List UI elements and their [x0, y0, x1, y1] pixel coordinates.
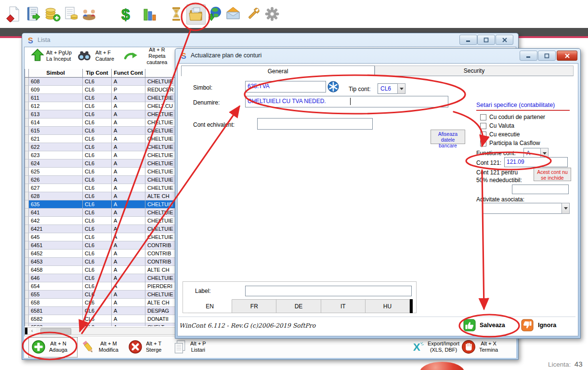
- scrollbar-thumb[interactable]: [40, 328, 71, 335]
- scroll-left-button[interactable]: ‹: [28, 328, 36, 334]
- modifica-button[interactable]: Alt + MModifica: [81, 340, 118, 354]
- table-corner: [25, 69, 29, 78]
- nav-label: Cautare: [95, 56, 122, 62]
- lang-tab-fr[interactable]: FR: [232, 299, 276, 313]
- table-cell: A: [112, 258, 145, 266]
- lang-tab-hu[interactable]: HU: [366, 299, 410, 313]
- table-cell: CL6: [83, 225, 112, 233]
- close-button[interactable]: [496, 35, 513, 45]
- action-label: Termina: [479, 347, 498, 353]
- action-keys: Alt + T: [146, 341, 161, 347]
- chevron-down-icon[interactable]: [562, 203, 570, 214]
- nav-search[interactable]: Alt + F Cautare: [95, 50, 122, 62]
- tab-security[interactable]: Security: [375, 66, 574, 76]
- hourglass-icon[interactable]: [167, 4, 185, 24]
- mail-icon[interactable]: [224, 4, 242, 24]
- termina-button[interactable]: Alt + XTermina: [461, 340, 498, 354]
- salveaza-label[interactable]: Salveaza: [480, 322, 505, 329]
- activitate-asociata-select[interactable]: [482, 203, 570, 214]
- go-first-icon[interactable]: [30, 48, 45, 62]
- lang-tab-it[interactable]: IT: [321, 299, 366, 313]
- row-header: [25, 78, 29, 86]
- salveaza-button[interactable]: [463, 319, 476, 331]
- meeting-icon[interactable]: [80, 4, 98, 24]
- add-coins-icon[interactable]: [43, 4, 62, 24]
- table-cell: A: [112, 78, 145, 86]
- column-header[interactable]: Funct Cont: [112, 69, 145, 78]
- ignora-button[interactable]: [521, 319, 534, 331]
- afiseaza-datele-bancare-button[interactable]: Afiseaza datele bancare: [431, 130, 465, 144]
- row-header: [25, 299, 29, 307]
- table-cell: 645: [29, 233, 83, 241]
- nav-repeat-search[interactable]: Alt + R Repeta cautarea: [144, 47, 170, 66]
- snowflake-button[interactable]: [327, 81, 339, 92]
- table-cell: A: [112, 217, 145, 225]
- actualizare-dialog: S Actualizare plan de conturi General Se…: [175, 48, 581, 339]
- checkbox-unchecked-icon[interactable]: [480, 123, 486, 129]
- checkbox-unchecked-icon[interactable]: [480, 132, 486, 138]
- minimize-button[interactable]: [459, 35, 477, 45]
- tab-general[interactable]: General: [181, 66, 375, 76]
- table-cell: CL6: [83, 217, 112, 225]
- checkbox-option[interactable]: Cu executie: [480, 130, 545, 139]
- table-cell: A: [112, 94, 145, 102]
- main-toolbar: $: [0, 3, 588, 26]
- denumire-input[interactable]: CHELTUIELI CU TVA NEDED.: [245, 96, 448, 107]
- column-header[interactable]: Tip Cont: [83, 69, 112, 78]
- maximize-button[interactable]: [538, 51, 556, 61]
- excel-icon: X: [412, 341, 424, 353]
- dialog-titlebar[interactable]: S Actualizare plan de conturi: [175, 49, 580, 63]
- lang-tab-en[interactable]: EN: [188, 299, 232, 313]
- lista-titlebar[interactable]: S Lista: [22, 33, 518, 47]
- search-binoculars-icon[interactable]: [77, 48, 92, 62]
- select-value: [482, 203, 562, 214]
- column-header[interactable]: Simbol: [29, 69, 83, 78]
- journal-icon[interactable]: [24, 4, 42, 24]
- nav-go-first[interactable]: Alt + PgUp La început: [46, 50, 76, 62]
- acest-cont-nu-se-inchide-button[interactable]: Acest cont nu se inchide: [534, 168, 571, 181]
- new-document-icon[interactable]: [5, 4, 23, 24]
- checkbox-option[interactable]: Participa la Casflow: [480, 139, 545, 147]
- table-cell: A: [112, 209, 145, 217]
- tip-cont-select[interactable]: CL6: [378, 83, 405, 94]
- minimize-button[interactable]: [520, 51, 537, 61]
- row-header: [25, 315, 29, 323]
- invoice-icon[interactable]: [62, 4, 80, 24]
- currency-dollar-icon[interactable]: $: [118, 4, 136, 24]
- cont-121-50-input[interactable]: [512, 185, 569, 194]
- cont-echivalent-input[interactable]: [257, 118, 373, 130]
- cont-121-input[interactable]: 121.09: [504, 157, 568, 167]
- bar-chart-icon[interactable]: [140, 4, 158, 24]
- checkbox-option[interactable]: Cu coduri de partener: [480, 113, 545, 121]
- setari-specifice-link[interactable]: Setari specifice (contabilitate): [476, 102, 555, 108]
- settings-gear-icon[interactable]: [263, 4, 281, 24]
- row-header: [25, 266, 29, 274]
- table-cell: 628: [29, 192, 83, 200]
- table-cell: CL6: [83, 274, 112, 282]
- lang-tab-de[interactable]: DE: [276, 299, 321, 313]
- row-header: [25, 217, 29, 225]
- row-header: [25, 102, 29, 110]
- maximize-button[interactable]: [477, 35, 495, 45]
- label-input[interactable]: [245, 286, 412, 296]
- simbol-input[interactable]: 635.TVA: [245, 81, 326, 92]
- sterge-button[interactable]: Alt + TSterge: [128, 340, 161, 354]
- table-cell: 611: [29, 94, 83, 102]
- adauga-button[interactable]: Alt + NAdauga: [31, 340, 67, 354]
- folder-documents-icon[interactable]: [186, 4, 206, 25]
- listari-button[interactable]: Alt + PListari: [172, 340, 206, 354]
- checkbox-option[interactable]: Cu Valuta: [480, 121, 545, 130]
- checkbox-unchecked-icon[interactable]: [480, 140, 486, 146]
- row-header: [25, 159, 29, 168]
- globe-download-icon[interactable]: [206, 4, 224, 24]
- close-button[interactable]: [557, 51, 577, 61]
- table-cell: 646: [29, 274, 83, 282]
- repeat-search-icon[interactable]: [122, 49, 139, 62]
- ignora-label[interactable]: Ignora: [538, 322, 556, 329]
- checkbox-unchecked-icon[interactable]: [480, 114, 486, 120]
- table-cell: A: [112, 110, 145, 119]
- export-import-button[interactable]: X Export/Import(XLS, DBF): [412, 341, 459, 353]
- chevron-down-icon[interactable]: [397, 83, 405, 94]
- table-cell: 622: [29, 143, 83, 151]
- wrench-icon[interactable]: [244, 4, 262, 24]
